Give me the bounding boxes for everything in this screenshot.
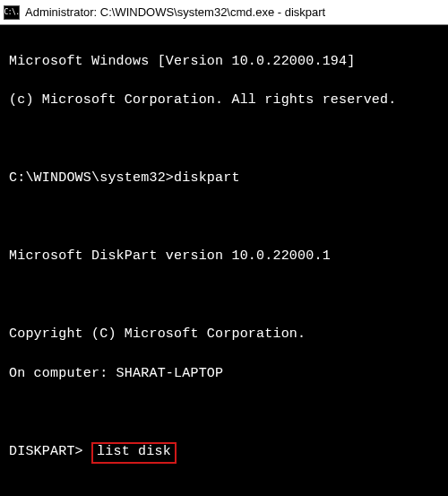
command-list-disk: list disk [91, 442, 177, 464]
banner-line: (c) Microsoft Corporation. All rights re… [9, 91, 439, 110]
cwd-command: diskpart [174, 170, 240, 186]
window-title: Administrator: C:\WINDOWS\system32\cmd.e… [25, 5, 325, 19]
diskpart-computer: On computer: SHARAT-LAPTOP [9, 364, 439, 384]
cmd-icon: C:\. [4, 5, 20, 20]
prompt-line: DISKPART> list disk [9, 442, 439, 464]
banner-line: Microsoft Windows [Version 10.0.22000.19… [9, 52, 439, 72]
diskpart-prompt: DISKPART> [9, 444, 83, 459]
cwd-prompt: C:\WINDOWS\system32> [9, 170, 174, 186]
title-bar: C:\. Administrator: C:\WINDOWS\system32\… [0, 0, 448, 25]
diskpart-version: Microsoft DiskPart version 10.0.22000.1 [9, 247, 439, 266]
diskpart-copyright: Copyright (C) Microsoft Corporation. [9, 325, 439, 344]
terminal-output[interactable]: Microsoft Windows [Version 10.0.22000.19… [0, 25, 448, 496]
cwd-line: C:\WINDOWS\system32>diskpart [9, 169, 439, 188]
